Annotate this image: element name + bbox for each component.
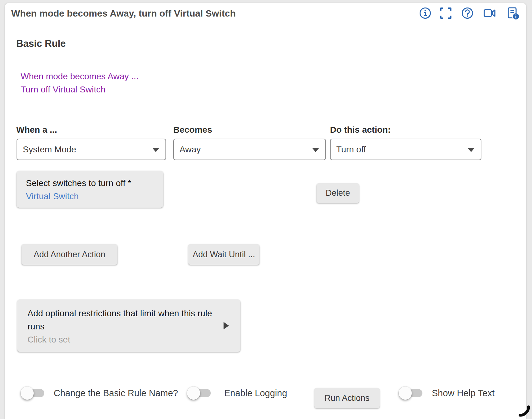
expand-arrow-icon bbox=[224, 322, 229, 329]
help-circle-icon[interactable] bbox=[461, 6, 474, 20]
becomes-label: Becomes bbox=[173, 125, 212, 135]
delete-button[interactable]: Delete bbox=[317, 183, 359, 203]
run-actions-button[interactable]: Run Actions bbox=[314, 388, 380, 408]
becomes-value: Away bbox=[180, 145, 201, 154]
rename-toggle-label: Change the Basic Rule Name? bbox=[54, 387, 178, 399]
app-card bbox=[5, 3, 526, 419]
selected-device-link[interactable]: Virtual Switch bbox=[26, 191, 79, 202]
logging-toggle[interactable] bbox=[190, 389, 211, 397]
logging-toggle-knob bbox=[187, 387, 200, 400]
rule-summary-action-link[interactable]: Turn off Virtual Switch bbox=[21, 83, 139, 96]
chevron-down-icon bbox=[312, 148, 319, 152]
page-title: When mode becomes Away, turn off Virtual… bbox=[11, 7, 236, 19]
document-info-icon[interactable] bbox=[506, 6, 520, 20]
info-circle-icon[interactable] bbox=[418, 6, 432, 20]
restrictions-hint: Click to set bbox=[27, 333, 70, 346]
video-camera-icon[interactable] bbox=[483, 6, 496, 20]
rename-toggle-knob bbox=[21, 387, 34, 400]
action-label: Do this action: bbox=[330, 125, 391, 135]
logging-toggle-label: Enable Logging bbox=[224, 387, 287, 399]
rule-summary-trigger-link[interactable]: When mode becomes Away ... bbox=[21, 70, 139, 83]
becomes-value-select[interactable]: Away bbox=[173, 139, 326, 160]
restrictions-text: Add optional restrictions that limit whe… bbox=[27, 307, 221, 333]
rule-summary: When mode becomes Away ... Turn off Virt… bbox=[21, 70, 139, 96]
fullscreen-icon[interactable] bbox=[439, 6, 453, 20]
basic-rule-app-page: When mode becomes Away, turn off Virtual… bbox=[0, 0, 532, 419]
chevron-down-icon bbox=[468, 148, 475, 152]
add-another-action-button[interactable]: Add Another Action bbox=[22, 244, 117, 265]
chevron-down-icon bbox=[152, 148, 159, 152]
select-switches-box[interactable]: Select switches to turn off * Virtual Sw… bbox=[17, 171, 163, 208]
trigger-capability-value: System Mode bbox=[23, 145, 76, 154]
section-title: Basic Rule bbox=[16, 37, 66, 50]
restrictions-box[interactable]: Add optional restrictions that limit whe… bbox=[17, 299, 240, 352]
loading-spinner-icon bbox=[511, 401, 532, 419]
rename-toggle[interactable] bbox=[23, 389, 44, 397]
show-help-toggle-knob bbox=[399, 387, 412, 400]
select-switches-label: Select switches to turn off * bbox=[26, 178, 131, 189]
trigger-capability-select[interactable]: System Mode bbox=[17, 139, 166, 160]
action-value: Turn off bbox=[336, 145, 366, 154]
action-select[interactable]: Turn off bbox=[330, 139, 481, 160]
show-help-toggle[interactable] bbox=[401, 389, 422, 397]
add-wait-until-button[interactable]: Add Wait Until ... bbox=[188, 244, 259, 265]
trigger-label: When a ... bbox=[16, 125, 57, 135]
show-help-toggle-label: Show Help Text bbox=[432, 387, 495, 399]
